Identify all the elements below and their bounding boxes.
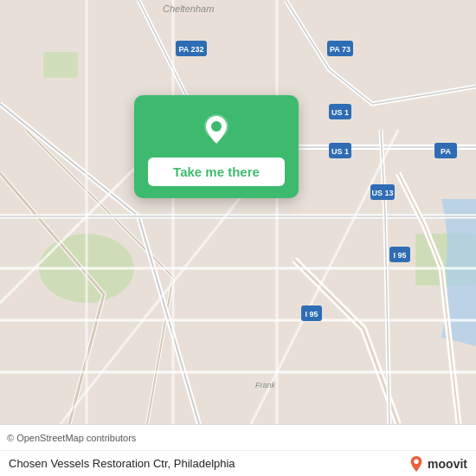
map-container: PA 232 PA 73 US 1 US 1 PA US 13 I 95 I 9… [0,0,476,424]
attribution-bar: © OpenStreetMap contributors [0,424,476,450]
svg-point-23 [211,121,222,132]
attribution-text: © OpenStreetMap contributors [7,433,136,443]
location-pin-icon [197,111,235,149]
svg-text:I 95: I 95 [393,251,406,260]
svg-text:US 1: US 1 [331,147,349,156]
svg-text:US 1: US 1 [331,108,349,117]
svg-text:Frank: Frank [255,381,276,389]
info-bar: Chosen Vessels Restoration Ctr, Philadel… [0,450,476,476]
svg-text:PA 232: PA 232 [178,45,203,54]
svg-text:Cheltenham: Cheltenham [163,3,214,14]
svg-text:I 95: I 95 [305,310,318,318]
moovit-brand-text: moovit [428,457,467,471]
location-name: Chosen Vessels Restoration Ctr, Philadel… [9,457,408,470]
moovit-logo: moovit [408,455,467,473]
svg-rect-3 [43,52,78,78]
svg-point-24 [414,459,418,463]
svg-text:PA: PA [441,147,451,156]
moovit-pin-icon [408,455,424,473]
take-me-there-button[interactable]: Take me there [148,158,285,186]
location-card: Take me there [134,95,299,198]
svg-text:PA 73: PA 73 [330,45,351,54]
svg-text:US 13: US 13 [371,189,393,197]
